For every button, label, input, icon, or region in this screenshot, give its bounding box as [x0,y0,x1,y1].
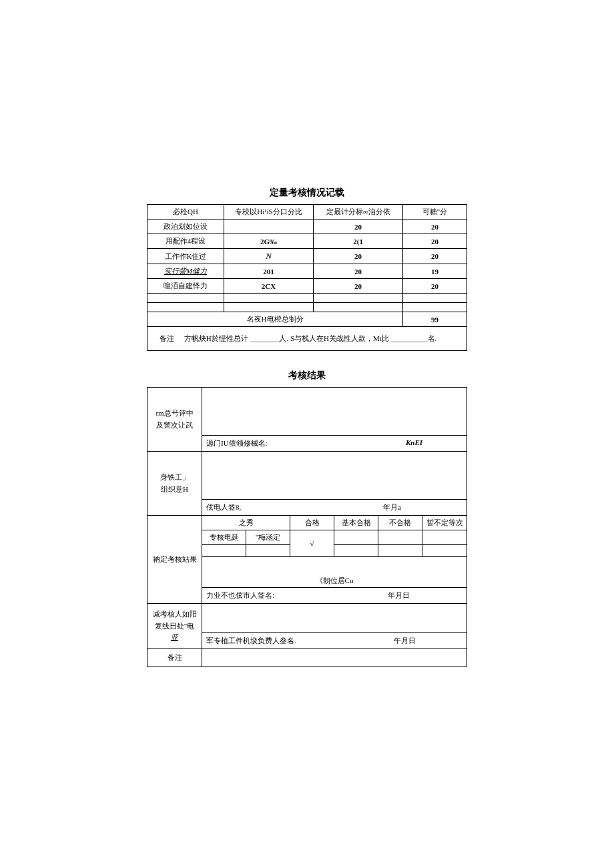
cell [202,545,246,557]
quant-h2: 专校以Hi¹iS分口分比 [224,205,313,220]
sec4-sig-left: 军专植工件机圾负费人叁名. [206,636,296,644]
remarks-row: 备注 [147,649,467,667]
cell: 工作作K住过 [147,249,224,264]
cell: 2(1 [314,234,403,249]
cell [403,294,467,303]
table-row: 政泊划如位设 20 20 [147,220,467,234]
grade-h3: 基本合格 [334,516,378,530]
cell [422,530,467,545]
cell: 20 [403,220,467,234]
cell [224,220,313,234]
table-row: 用配作4程设 2G‰ 2(1 20 [147,234,467,249]
sec2-l1: 身铁工」 [149,472,200,484]
result-title: 考核结果 [147,370,467,382]
sec2-body [202,452,467,500]
note-label: 备注 [151,334,182,344]
cell: 20 [403,279,467,294]
sec1-sig-right: KnEI [406,438,463,446]
cell: 20 [403,249,467,264]
cell [246,545,290,557]
table-row [147,303,467,312]
sec3-sig-left: 力业不也伭市人签名: [206,591,274,599]
table-row [147,294,467,303]
sec3-label: 衲定考核站果 [147,516,202,604]
sec1-sig: 源门IU依领修械名: KnEI [202,436,467,452]
cell: 专核电延 [202,530,246,545]
result-table: rm总号评中 及警次让武 源门IU依领修械名: KnEI 身铁工」 组织意H 伭… [147,387,467,667]
cell: 20 [314,264,403,279]
cell: "梅涵定 [246,530,290,545]
cell: 2G‰ [224,234,313,249]
table-row: 喧洦自建怿力 2CX 20 20 [147,279,467,294]
cell: 喧洦自建怿力 [147,279,224,294]
cell [224,303,313,312]
cell: 用配作4程设 [147,234,224,249]
table-row: 减考核人如阳 复线日处"电 亚 [147,604,467,633]
grade-h4: 不合格 [378,516,422,530]
total-value: 99 [403,312,467,327]
sec2-label: 身铁工」 组织意H [147,452,202,516]
note-text: 方帆炔H於惿性总计 ________人. S与栈人在H关战性人款，Mt比 ___… [184,334,437,342]
quant-table: 必栓QH 专校以Hi¹iS分口分比 定最计分标∞洎分依 可糖"分 政泊划如位设 … [147,204,467,351]
sec4-l3: 亚 [149,632,200,644]
quant-header-row: 必栓QH 专校以Hi¹iS分口分比 定最计分标∞洎分依 可糖"分 [147,205,467,220]
cell [314,294,403,303]
total-row: 名夜H电橙总制分 99 [147,312,467,327]
cell [314,303,403,312]
cell [378,545,422,557]
sec3-unit: 《朝位居Cu [202,557,467,588]
sec1-sig-left: 源门IU依领修械名: [206,439,268,447]
sec4-body [202,604,467,633]
sec4-sig: 军专植工件机圾负费人叁名. 午月日 [202,633,467,649]
grade-h1: 之秀 [202,516,290,530]
sec3-sig: 力业不也伭市人签名: 年月日 [202,588,467,604]
remarks-label: 备注 [147,649,202,667]
sec4-label: 减考核人如阳 复线日处"电 亚 [147,604,202,649]
total-label: 名夜H电橙总制分 [147,312,403,327]
cell-check: √ [290,530,334,557]
cell: 20 [403,234,467,249]
table-row: 工作作K住过 N 20 20 [147,249,467,264]
grade-h2: 合格 [290,516,334,530]
cell: 实行訾M健力 [147,264,224,279]
sec4-l2: 复线日处"电 [149,620,200,632]
sec3-sig-right: 年月日 [334,590,463,600]
cell: N [224,249,313,264]
table-row: rm总号评中 及警次让武 [147,388,467,436]
cell [422,545,467,557]
cell [224,294,313,303]
cell [334,530,378,545]
sec1-body [202,388,467,436]
quant-h1: 必栓QH [147,205,224,220]
sec1-label: rm总号评中 及警次让武 [147,388,202,452]
cell [403,303,467,312]
cell [147,294,224,303]
sec2-l2: 组织意H [149,484,200,496]
sec4-l1: 减考核人如阳 [149,608,200,620]
table-row: 身铁工」 组织意H [147,452,467,500]
quant-title: 定量考核情况记载 [147,187,467,199]
cell: 2CX [224,279,313,294]
cell: 20 [314,249,403,264]
sec1-l2: 及警次让武 [149,420,200,432]
table-row: 实行訾M健力 201 20 19 [147,264,467,279]
sec4-sig-right: 午月日 [347,636,463,646]
sec2-sig-left: 伭电人签8, [206,503,241,511]
note-cell: 备注 方帆炔H於惿性总计 ________人. S与栈人在H关战性人款，Mt比 … [147,327,467,351]
cell: 20 [314,279,403,294]
sec2-sig-right: 年月a [322,502,463,512]
sec2-sig: 伭电人签8, 年月a [202,500,467,516]
cell: 20 [314,220,403,234]
grade-header-row: 衲定考核站果 之秀 合格 基本合格 不合格 暂不定等次 [147,516,467,530]
cell: 19 [403,264,467,279]
sec1-l1: rm总号评中 [149,408,200,420]
note-row: 备注 方帆炔H於惿性总计 ________人. S与栈人在H关战性人款，Mt比 … [147,327,467,351]
quant-h3: 定最计分标∞洎分依 [314,205,403,220]
cell: 政泊划如位设 [147,220,224,234]
cell [334,545,378,557]
cell: 201 [224,264,313,279]
grade-h5: 暂不定等次 [422,516,467,530]
quant-h4: 可糖"分 [403,205,467,220]
remarks-body [202,649,467,667]
cell [378,530,422,545]
